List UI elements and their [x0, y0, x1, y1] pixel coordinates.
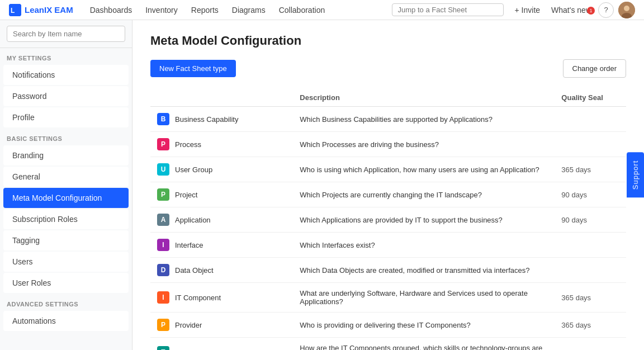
sidebar-search-input[interactable] [7, 26, 125, 42]
row-qs-7: 365 days [555, 283, 626, 313]
sidebar-item-profile[interactable]: Profile [3, 107, 129, 127]
table-row[interactable]: P Project Which Projects are currently c… [150, 182, 626, 207]
row-icon-8: P [157, 319, 169, 331]
row-name-5: Interface [175, 241, 203, 249]
row-desc-8: Who is providing or delivering these IT … [293, 313, 555, 338]
row-qs-8: 365 days [555, 313, 626, 338]
top-navigation: L LeanIX EAM Dashboards Inventory Report… [0, 0, 644, 20]
nav-dashboards[interactable]: Dashboards [84, 0, 138, 20]
row-icon-4: A [157, 214, 169, 226]
sidebar-item-general[interactable]: General [3, 167, 129, 187]
svg-text:L: L [11, 7, 15, 15]
row-name-3: Project [175, 191, 197, 199]
support-button[interactable]: Support [627, 153, 644, 198]
nav-reports[interactable]: Reports [186, 0, 224, 20]
table-row[interactable]: B Business Capability Which Business Cap… [150, 107, 626, 132]
row-name-1: Process [175, 140, 201, 149]
row-name-2: User Group [175, 165, 212, 174]
sidebar-search-container [0, 20, 132, 48]
row-qs-5 [555, 233, 626, 258]
row-icon-0: B [157, 113, 169, 125]
col-header-desc: Description [293, 89, 555, 107]
fact-sheet-table: Description Quality Seal B Business Capa… [150, 89, 626, 350]
row-qs-2: 365 days [555, 157, 626, 182]
sidebar-item-user-roles[interactable]: User Roles [3, 273, 129, 293]
jump-search-input[interactable] [392, 3, 504, 16]
row-icon-9: T [157, 346, 169, 350]
nav-diagrams[interactable]: Diagrams [226, 0, 271, 20]
row-icon-5: I [157, 239, 169, 251]
row-icon-2: U [157, 163, 169, 176]
row-desc-7: What are underlying Software, Hardware a… [293, 283, 555, 313]
row-name-6: Data Object [175, 266, 214, 275]
row-name-0: Business Capability [175, 115, 238, 124]
user-avatar[interactable] [618, 2, 635, 18]
new-fact-sheet-button[interactable]: New Fact Sheet type [150, 60, 236, 77]
sidebar-item-notifications[interactable]: Notifications [3, 65, 129, 85]
row-desc-4: Which Applications are provided by IT to… [293, 207, 555, 233]
row-name-8: Provider [175, 321, 202, 329]
row-icon-3: P [157, 188, 169, 201]
change-order-button[interactable]: Change order [563, 59, 627, 78]
table-row[interactable]: I Interface Which Interfaces exist? [150, 233, 626, 258]
table-row[interactable]: P Process Which Processes are driving th… [150, 132, 626, 157]
col-header-name [150, 89, 293, 107]
table-row[interactable]: D Data Object Which Data Objects are cre… [150, 258, 626, 283]
table-row[interactable]: U User Group Who is using which Applicat… [150, 157, 626, 182]
toolbar: New Fact Sheet type Change order [150, 59, 626, 78]
row-name-4: Application [175, 216, 211, 224]
sidebar: MY SETTINGS Notifications Password Profi… [0, 20, 132, 350]
section-advanced-settings: ADVANCED SETTINGS [0, 294, 132, 310]
row-qs-0 [555, 107, 626, 132]
row-icon-1: P [157, 138, 169, 150]
table-row[interactable]: A Application Which Applications are pro… [150, 207, 626, 233]
nav-collaboration[interactable]: Collaboration [273, 0, 331, 20]
svg-point-3 [624, 6, 629, 11]
sidebar-item-branding[interactable]: Branding [3, 145, 129, 165]
sidebar-item-automations[interactable]: Automations [3, 311, 129, 331]
logo[interactable]: L LeanIX EAM [9, 4, 73, 16]
sidebar-item-tagging[interactable]: Tagging [3, 230, 129, 250]
sidebar-item-users[interactable]: Users [3, 252, 129, 272]
section-my-settings: MY SETTINGS [0, 48, 132, 64]
sidebar-item-meta-model[interactable]: Meta Model Configuration [3, 188, 129, 208]
row-qs-3: 90 days [555, 182, 626, 207]
sidebar-item-password[interactable]: Password [3, 86, 129, 106]
row-icon-6: D [157, 264, 169, 276]
row-icon-7: I [157, 291, 169, 304]
row-qs-9 [555, 338, 626, 351]
col-header-quality-seal: Quality Seal [555, 89, 626, 107]
section-basic-settings: BASIC SETTINGS [0, 129, 132, 144]
row-qs-6 [555, 258, 626, 283]
table-row[interactable]: T Tech Category How are the IT Component… [150, 338, 626, 351]
row-desc-3: Which Projects are currently changing th… [293, 182, 555, 207]
row-desc-2: Who is using which Application, how many… [293, 157, 555, 182]
layout: MY SETTINGS Notifications Password Profi… [0, 20, 644, 350]
row-name-7: IT Component [175, 294, 221, 302]
row-desc-9: How are the IT Components grouped, which… [293, 338, 555, 351]
page-title: Meta Model Configuration [150, 34, 626, 48]
logo-text: LeanIX EAM [25, 5, 73, 15]
sidebar-item-subscription-roles[interactable]: Subscription Roles [3, 209, 129, 229]
row-desc-1: Which Processes are driving the business… [293, 132, 555, 157]
whats-new-button[interactable]: What's new 1 [547, 6, 596, 15]
main-content: Meta Model Configuration New Fact Sheet … [132, 20, 644, 350]
nav-inventory[interactable]: Inventory [140, 0, 183, 20]
table-row[interactable]: I IT Component What are underlying Softw… [150, 283, 626, 313]
row-qs-1 [555, 132, 626, 157]
row-name-9: Tech Category [175, 348, 222, 351]
row-desc-0: Which Business Capabilities are supporte… [293, 107, 555, 132]
help-button[interactable]: ? [598, 2, 614, 18]
row-desc-6: Which Data Objects are created, modified… [293, 258, 555, 283]
invite-button[interactable]: + Invite [510, 6, 545, 15]
table-row[interactable]: P Provider Who is providing or deliverin… [150, 313, 626, 338]
whats-new-badge: 1 [587, 7, 595, 15]
row-qs-4: 90 days [555, 207, 626, 233]
logo-icon: L [9, 4, 21, 16]
row-desc-5: Which Interfaces exist? [293, 233, 555, 258]
